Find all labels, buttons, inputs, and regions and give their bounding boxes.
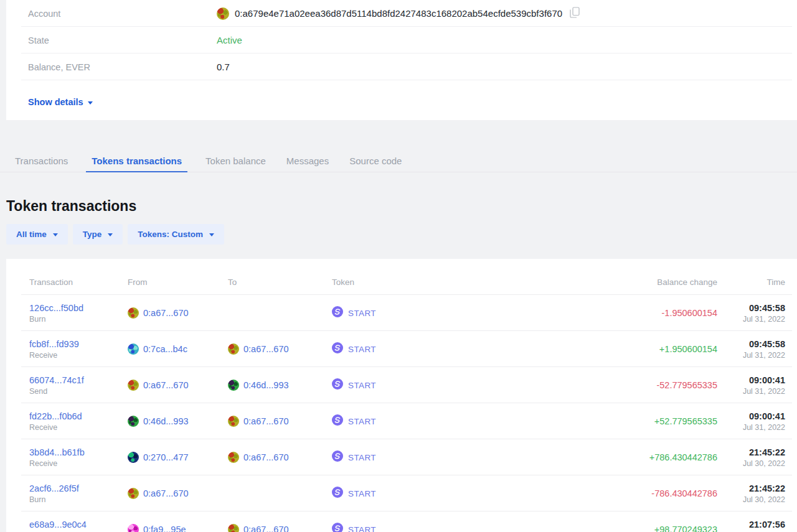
tab-token-balance[interactable]: Token balance <box>203 156 268 172</box>
date-value: Jul 31, 2022 <box>743 423 785 432</box>
time-value: 21:45:22 <box>749 447 785 457</box>
transaction-link[interactable]: e68a9...9e0c4 <box>29 520 128 530</box>
tab-label: Tokens transactions <box>92 156 182 166</box>
token-icon <box>332 306 343 320</box>
transaction-kind: Receive <box>29 423 128 432</box>
time-cell: 21:45:22 Jul 30, 2022 <box>717 447 785 468</box>
balance-change: -786.430442786 <box>608 488 717 498</box>
time-cell: 09:45:58 Jul 31, 2022 <box>717 303 785 324</box>
tab-tokens-transactions[interactable]: Tokens transactions <box>86 156 187 172</box>
filter-chip[interactable]: Type <box>73 224 123 245</box>
to-address-link[interactable]: 0:a67...670 <box>243 416 289 426</box>
from-identicon <box>128 488 139 499</box>
to-cell: 0:a67...670 <box>228 416 332 427</box>
header-token: Token <box>332 278 608 287</box>
account-value: 0:a679e4e71a02eea36d87d5114bd8fd2427483c… <box>217 7 580 20</box>
transaction-kind: Receive <box>29 459 128 468</box>
to-identicon <box>228 343 239 355</box>
token-cell: START <box>332 487 608 500</box>
account-address: 0:a679e4e71a02eea36d87d5114bd8fd2427483c… <box>235 8 562 19</box>
transaction-link[interactable]: 3b8d4...b61fb <box>29 447 128 457</box>
from-address-link[interactable]: 0:7ca...b4c <box>143 344 187 354</box>
transaction-link[interactable]: fd22b...f0b6d <box>29 411 128 421</box>
transaction-cell: 66074...74c1f Send <box>29 375 128 396</box>
balance-change: +98.770249323 <box>608 525 717 532</box>
to-address-link[interactable]: 0:a67...670 <box>243 452 289 462</box>
from-cell: 0:a67...670 <box>128 488 228 499</box>
tab-transactions[interactable]: Transactions <box>12 156 70 172</box>
to-address-link[interactable]: 0:46d...993 <box>243 380 289 390</box>
state-label: State <box>6 35 217 45</box>
time-cell: 09:45:58 Jul 31, 2022 <box>717 339 785 360</box>
token-link[interactable]: START <box>348 489 376 498</box>
time-value: 09:45:58 <box>749 303 785 313</box>
date-value: Jul 30, 2022 <box>743 459 785 468</box>
token-icon <box>332 450 343 464</box>
tab-messages[interactable]: Messages <box>284 156 331 172</box>
transaction-cell: 2acf6...26f5f Burn <box>29 483 128 504</box>
to-address-link[interactable]: 0:a67...670 <box>243 525 289 532</box>
tab-source-code[interactable]: Source code <box>347 156 404 172</box>
balance-change: -1.950600154 <box>608 308 717 318</box>
transaction-cell: 3b8d4...b61fb Receive <box>29 447 128 468</box>
table-row: e68a9...9e0c4 Receive 0:fa9...95e 0:a67.… <box>6 511 797 532</box>
filter-bar: All time Type Tokens: Custom <box>6 224 797 245</box>
token-cell: START <box>332 342 608 356</box>
transaction-link[interactable]: fcb8f...fd939 <box>29 339 128 349</box>
transaction-link[interactable]: 126cc...f50bd <box>29 303 128 313</box>
from-address-link[interactable]: 0:46d...993 <box>143 416 189 426</box>
token-link[interactable]: START <box>348 381 376 390</box>
balance-value: 0.7 <box>217 62 230 72</box>
to-cell: 0:46d...993 <box>228 380 332 391</box>
from-address-link[interactable]: 0:270...477 <box>143 452 189 462</box>
tab-label: Messages <box>286 156 329 166</box>
show-details-label: Show details <box>28 97 83 107</box>
transaction-kind: Send <box>29 387 128 396</box>
token-icon <box>332 487 343 500</box>
transaction-kind: Burn <box>29 315 128 324</box>
transaction-link[interactable]: 66074...74c1f <box>29 375 128 385</box>
token-cell: START <box>332 450 608 464</box>
to-address-link[interactable]: 0:a67...670 <box>243 344 289 354</box>
from-identicon <box>128 343 139 355</box>
time-value: 21:07:56 <box>749 520 785 530</box>
token-link[interactable]: START <box>348 309 376 318</box>
account-identicon <box>217 7 229 20</box>
transaction-cell: e68a9...9e0c4 Receive <box>29 520 128 532</box>
account-label: Account <box>6 9 217 19</box>
balance-change: +786.430442786 <box>608 452 717 462</box>
from-address-link[interactable]: 0:a67...670 <box>143 380 189 390</box>
date-value: Jul 30, 2022 <box>743 495 785 504</box>
table-row: 2acf6...26f5f Burn 0:a67...670 START -78… <box>6 475 797 511</box>
table-row: 126cc...f50bd Burn 0:a67...670 START -1.… <box>6 295 797 331</box>
table-row: fd22b...f0b6d Receive 0:46d...993 0:a67.… <box>6 403 797 439</box>
date-value: Jul 31, 2022 <box>743 315 785 324</box>
copy-address-button[interactable] <box>570 7 580 20</box>
from-address-link[interactable]: 0:fa9...95e <box>143 525 186 532</box>
table-body: 126cc...f50bd Burn 0:a67...670 START -1.… <box>6 295 797 532</box>
token-cell: START <box>332 378 608 392</box>
token-link[interactable]: START <box>348 345 376 354</box>
tab-label: Source code <box>349 156 402 166</box>
token-link[interactable]: START <box>348 417 376 426</box>
table-row: 66074...74c1f Send 0:a67...670 0:46d...9… <box>6 367 797 403</box>
token-icon <box>332 414 343 428</box>
token-link[interactable]: START <box>348 453 376 462</box>
filter-chip-label: Tokens: Custom <box>138 230 203 239</box>
time-value: 09:00:41 <box>749 375 785 385</box>
time-value: 09:00:41 <box>749 411 785 421</box>
show-details-button[interactable]: Show details <box>28 97 93 107</box>
balance-change: -52.779565335 <box>608 380 717 390</box>
filter-chip[interactable]: Tokens: Custom <box>128 224 224 245</box>
token-icon <box>332 523 343 532</box>
from-cell: 0:7ca...b4c <box>128 343 228 355</box>
table-row: 3b8d4...b61fb Receive 0:270...477 0:a67.… <box>6 439 797 475</box>
from-address-link[interactable]: 0:a67...670 <box>143 308 189 318</box>
token-link[interactable]: START <box>348 525 376 532</box>
filter-chip[interactable]: All time <box>6 224 68 245</box>
transaction-link[interactable]: 2acf6...26f5f <box>29 483 128 493</box>
header-time: Time <box>717 278 785 287</box>
from-address-link[interactable]: 0:a67...670 <box>143 488 189 498</box>
chevron-down-icon <box>209 233 214 236</box>
tab-label: Transactions <box>15 156 68 166</box>
